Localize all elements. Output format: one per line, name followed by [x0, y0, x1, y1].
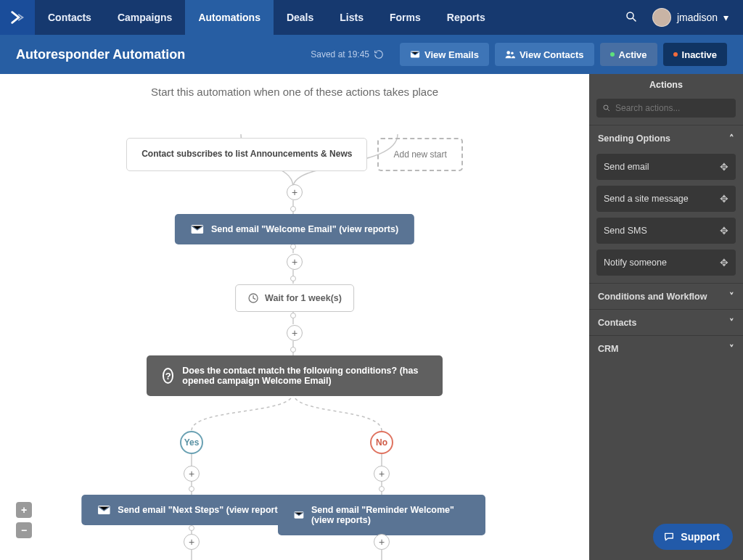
start-caption: Start this automation when one of these … [0, 74, 589, 105]
actions-panel: Actions Sending Options ˄ Send email ✥ S… [589, 74, 743, 560]
status-active-button[interactable]: Active [600, 43, 657, 66]
support-button[interactable]: Support [653, 524, 733, 550]
actions-search[interactable] [596, 99, 736, 118]
automation-canvas[interactable]: Start this automation when one of these … [0, 74, 589, 560]
chevron-down-icon: ˅ [729, 317, 734, 328]
svg-point-21 [291, 347, 296, 353]
add-step-no-1[interactable]: + [374, 466, 390, 482]
section-contacts[interactable]: Contacts ˅ [589, 309, 743, 335]
nav-items: Contacts Campaigns Automations Deals Lis… [35, 0, 498, 35]
zoom-controls: + − [16, 502, 32, 538]
svg-point-18 [291, 244, 296, 250]
svg-point-17 [291, 207, 296, 212]
nav-contacts[interactable]: Contacts [35, 0, 104, 35]
username: jmadison [677, 12, 718, 23]
svg-point-19 [291, 276, 296, 281]
node-condition[interactable]: ? Does the contact match the following c… [147, 355, 443, 396]
nav-deals[interactable]: Deals [274, 0, 327, 35]
action-send-email[interactable]: Send email ✥ [596, 154, 736, 180]
subbar: Autoresponder Automation Saved at 19:45 … [0, 35, 743, 74]
section-crm[interactable]: CRM ˅ [589, 335, 743, 361]
saved-at: Saved at 19:45 [311, 49, 384, 59]
view-contacts-button[interactable]: View Contacts [495, 43, 594, 66]
branch-no[interactable]: No [370, 431, 393, 454]
action-notify-someone[interactable]: Notify someone ✥ [596, 250, 736, 276]
move-icon: ✥ [720, 257, 728, 268]
move-icon: ✥ [720, 193, 728, 205]
add-step-1[interactable]: + [287, 184, 303, 200]
move-icon: ✥ [720, 161, 728, 173]
avatar [652, 8, 671, 27]
chevron-down-icon: ▾ [723, 12, 728, 23]
nav-reports[interactable]: Reports [434, 0, 498, 35]
add-step-yes-2[interactable]: + [184, 534, 200, 550]
node-send-reminder-welcome-email[interactable]: Send email "Reminder Welcome" (view repo… [278, 495, 485, 535]
start-trigger[interactable]: Contact subscribes to list Announcements… [126, 138, 367, 171]
svg-point-2 [506, 51, 510, 54]
question-icon: ? [163, 368, 173, 384]
svg-point-23 [379, 487, 385, 492]
logo-icon[interactable] [0, 0, 35, 35]
view-emails-button[interactable]: View Emails [400, 43, 489, 66]
add-step-2[interactable]: + [287, 254, 303, 270]
node-send-next-steps-email[interactable]: Send email "Next Steps" (view reports) [81, 495, 301, 525]
svg-point-22 [189, 487, 194, 492]
svg-point-3 [511, 52, 514, 55]
move-icon: ✥ [720, 225, 728, 236]
nav-lists[interactable]: Lists [327, 0, 377, 35]
actions-search-input[interactable] [615, 103, 730, 113]
zoom-out-button[interactable]: − [16, 522, 32, 538]
add-step-yes-1[interactable]: + [184, 466, 200, 482]
dot-green-icon [610, 52, 615, 57]
start-row: Contact subscribes to list Announcements… [0, 138, 589, 171]
add-step-no-2[interactable]: + [374, 534, 390, 550]
node-send-welcome-email[interactable]: Send email "Welcome Email" (view reports… [175, 214, 414, 244]
svg-point-0 [627, 12, 633, 19]
status-inactive-button[interactable]: Inactive [663, 43, 727, 66]
chevron-up-icon: ˄ [729, 133, 734, 144]
section-sending-options[interactable]: Sending Options ˄ [589, 125, 743, 151]
page-title: Autoresponder Automation [16, 47, 185, 62]
search-icon[interactable] [625, 10, 638, 25]
top-nav: Contacts Campaigns Automations Deals Lis… [0, 0, 743, 35]
branch-yes[interactable]: Yes [180, 431, 203, 454]
nav-forms[interactable]: Forms [377, 0, 434, 35]
section-conditions-workflow[interactable]: Conditions and Workflow ˅ [589, 283, 743, 309]
add-step-3[interactable]: + [287, 325, 303, 341]
node-wait[interactable]: Wait for 1 week(s) [235, 284, 354, 312]
support-widget: Support [653, 524, 733, 550]
user-menu[interactable]: jmadison ▾ [652, 8, 728, 27]
add-new-start[interactable]: Add new start [377, 138, 462, 171]
dot-orange-icon [673, 52, 678, 57]
action-send-sms[interactable]: Send SMS ✥ [596, 218, 736, 244]
chevron-down-icon: ˅ [729, 291, 734, 302]
chevron-down-icon: ˅ [729, 343, 734, 354]
svg-point-30 [604, 105, 608, 110]
action-send-site-message[interactable]: Send a site message ✥ [596, 186, 736, 212]
nav-automations[interactable]: Automations [185, 0, 274, 35]
svg-point-24 [189, 526, 194, 531]
nav-campaigns[interactable]: Campaigns [104, 0, 185, 35]
zoom-in-button[interactable]: + [16, 502, 32, 518]
actions-title: Actions [589, 74, 743, 96]
svg-point-20 [291, 313, 296, 318]
